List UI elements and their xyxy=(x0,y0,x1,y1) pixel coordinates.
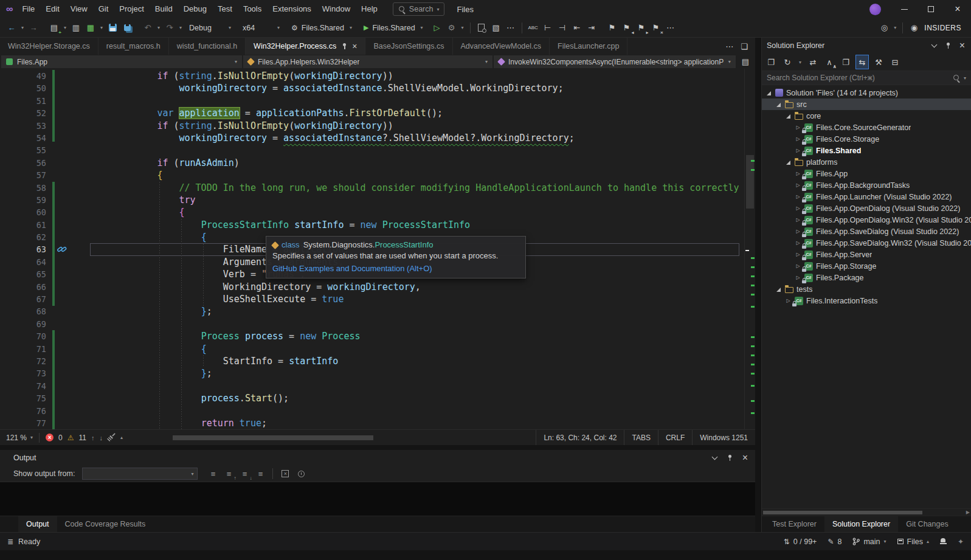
warnings-icon[interactable]: ⚠ xyxy=(67,434,74,442)
nav-back-icon[interactable]: ← xyxy=(5,21,18,35)
menu-view[interactable]: View xyxy=(65,0,93,18)
expanded-arrow-icon[interactable] xyxy=(785,113,792,119)
collapsed-arrow-icon[interactable]: ▷ xyxy=(795,263,801,269)
se-sync-active-document-icon[interactable]: ⇆ xyxy=(855,55,869,69)
vertical-splitter[interactable] xyxy=(755,38,761,532)
platform-dropdown[interactable]: x64▾ xyxy=(238,21,286,35)
tool-tab-test-explorer[interactable]: Test Explorer xyxy=(764,516,824,533)
tab-fileslauncher-cpp[interactable]: FilesLauncher.cpp xyxy=(550,38,627,55)
close-icon[interactable]: × xyxy=(352,42,357,50)
feedback-icon[interactable]: ✦ xyxy=(958,538,964,546)
encoding[interactable]: Windows 1251 xyxy=(692,430,755,446)
menu-test[interactable]: Test xyxy=(212,0,238,18)
tab-options-icon[interactable]: ❏ xyxy=(741,42,748,51)
save-all-icon[interactable] xyxy=(120,21,134,35)
tree-item-files-app-backgroundtasks[interactable]: ▷C#Files.App.BackgroundTasks xyxy=(762,179,971,191)
caret-line-icon[interactable]: ⊢ xyxy=(541,21,555,35)
code-line[interactable]: workingDirectory = associatedInstance?.S… xyxy=(0,132,744,144)
menu-file[interactable]: File xyxy=(16,0,40,18)
caret-position[interactable]: Ln: 63, Ch: 24, Col: 42 xyxy=(536,430,624,446)
menu-tools[interactable]: Tools xyxy=(238,0,267,18)
undo-icon[interactable]: ↶ xyxy=(141,21,154,35)
tree-item-tests[interactable]: tests xyxy=(762,283,971,295)
solution-search-input[interactable] xyxy=(767,74,949,82)
code-line[interactable]: { xyxy=(0,343,744,355)
tab-win32helper-process-cs[interactable]: Win32Helper.Process.cs× xyxy=(246,38,365,55)
output-next-message-icon[interactable]: ≡↓ xyxy=(238,466,251,481)
indent-mode[interactable]: TABS xyxy=(624,430,657,446)
output-prev-message-icon[interactable]: ≡↑ xyxy=(222,466,235,481)
tab-basejsonsettings-cs[interactable]: BaseJsonSettings.cs xyxy=(365,38,452,55)
next-issue-icon[interactable]: ↓ xyxy=(99,434,103,441)
tree-item-files-app-storage[interactable]: ▷C#Files.App.Storage xyxy=(762,260,971,272)
se-refresh-icon[interactable]: ↻ xyxy=(781,55,794,69)
split-view-icon[interactable]: ▤ xyxy=(742,57,749,66)
new-file-icon[interactable]: ▤+ xyxy=(47,21,61,35)
tree-item-files-app-launcher-visual-studio-2022[interactable]: ▷C#Files.App.Launcher (Visual Studio 202… xyxy=(762,191,971,202)
code-line[interactable]: var application = applicationPaths.First… xyxy=(0,107,744,119)
output-source-dropdown[interactable]: ▾ xyxy=(82,468,198,480)
dropdown-chevron-icon[interactable]: ▾ xyxy=(19,25,26,30)
code-line[interactable]: workingDirectory = associatedInstance.Sh… xyxy=(0,82,744,94)
window-position-icon[interactable] xyxy=(931,41,937,47)
branch-selector[interactable]: main ▾ xyxy=(852,538,886,546)
line-endings[interactable]: CRLF xyxy=(658,430,692,446)
code-line[interactable]: if (string.IsNullOrEmpty(workingDirector… xyxy=(0,120,744,132)
tree-item-files-app[interactable]: ▷C#Files.App xyxy=(762,168,971,179)
horizontal-scrollbar[interactable] xyxy=(136,435,528,441)
pending-changes-button[interactable]: ✎ 8 xyxy=(828,538,841,546)
configuration-dropdown[interactable]: Debug▾ xyxy=(185,21,237,35)
collapsed-arrow-icon[interactable]: ▷ xyxy=(795,182,801,188)
code-line[interactable]: StartInfo = startInfo xyxy=(0,355,744,367)
tab-wistd-functional-h[interactable]: wistd_functional.h xyxy=(169,38,246,55)
code-line[interactable] xyxy=(0,318,744,330)
scrollbar-thumb[interactable] xyxy=(763,511,922,514)
prev-issue-icon[interactable]: ↑ xyxy=(91,434,95,441)
output-content[interactable] xyxy=(0,482,755,516)
window-position-icon[interactable] xyxy=(711,454,717,460)
link-icon[interactable] xyxy=(57,244,67,254)
panel-tab-code-coverage-results[interactable]: Code Coverage Results xyxy=(57,516,154,533)
menu-help[interactable]: Help xyxy=(356,0,383,18)
output-timestamp-icon[interactable] xyxy=(294,466,308,481)
code-line[interactable]: Process process = new Process xyxy=(0,330,744,342)
pin-icon[interactable] xyxy=(945,42,951,49)
horizontal-scrollbar[interactable]: ▶ xyxy=(762,508,971,516)
menu-debug[interactable]: Debug xyxy=(178,0,212,18)
git-sync-button[interactable]: ⇅ 0 / 99+ xyxy=(784,538,817,546)
tree-item-files-interactiontests[interactable]: ▷C#Files.InteractionTests xyxy=(762,295,971,306)
code-line[interactable] xyxy=(0,380,744,392)
solution-search[interactable]: ▾ xyxy=(762,71,971,85)
spell-check-icon[interactable]: ABC xyxy=(527,21,540,35)
run-button[interactable]: ▶Files.Shared▾ xyxy=(359,21,429,35)
code-line[interactable]: process.Start(); xyxy=(0,392,744,404)
dropdown-chevron-icon[interactable]: ▾ xyxy=(892,25,898,30)
tab-overflow-icon[interactable]: ⋯ xyxy=(725,42,733,51)
code-line[interactable]: }; xyxy=(0,367,744,379)
caret-select-icon[interactable]: ⊣ xyxy=(556,21,569,35)
errors-icon[interactable]: × xyxy=(46,434,54,441)
dropdown-chevron-icon[interactable]: ▾ xyxy=(98,25,105,30)
indent-increase-icon[interactable]: ⇥ xyxy=(585,21,598,35)
scroll-right-icon[interactable]: ▶ xyxy=(966,510,970,515)
close-icon[interactable]: × xyxy=(742,453,748,463)
background-tasks-icon[interactable]: ≣ xyxy=(7,538,13,546)
tree-item-src[interactable]: src xyxy=(762,99,971,110)
code-line[interactable]: if (runAsAdmin) xyxy=(0,157,744,169)
menu-git[interactable]: Git xyxy=(93,0,114,18)
toolbar-overflow2-icon[interactable]: ⋯ xyxy=(664,21,677,35)
collapsed-arrow-icon[interactable]: ▷ xyxy=(795,229,801,234)
code-line[interactable]: // TODO In the long run, we should consi… xyxy=(0,182,744,194)
error-count[interactable]: 0 xyxy=(58,434,63,442)
vertical-scrollbar[interactable] xyxy=(744,69,755,429)
collapsed-arrow-icon[interactable]: ▷ xyxy=(785,298,792,303)
tree-item-files-package[interactable]: ▷C#Files.Package xyxy=(762,272,971,283)
tree-item-files-shared[interactable]: ▷C#Files.Shared xyxy=(762,145,971,156)
output-wrap-icon[interactable]: ≡ xyxy=(206,466,219,481)
expanded-arrow-icon[interactable] xyxy=(785,159,792,165)
se-preview-icon[interactable]: ⊟ xyxy=(888,55,902,69)
tab-win32helper-storage-cs[interactable]: Win32Helper.Storage.cs xyxy=(0,38,98,55)
indent-decrease-icon[interactable]: ⇤ xyxy=(570,21,584,35)
output-indent-icon[interactable]: ≡ xyxy=(254,466,267,481)
tree-item-files-app-server[interactable]: ▷C#Files.App.Server xyxy=(762,249,971,260)
